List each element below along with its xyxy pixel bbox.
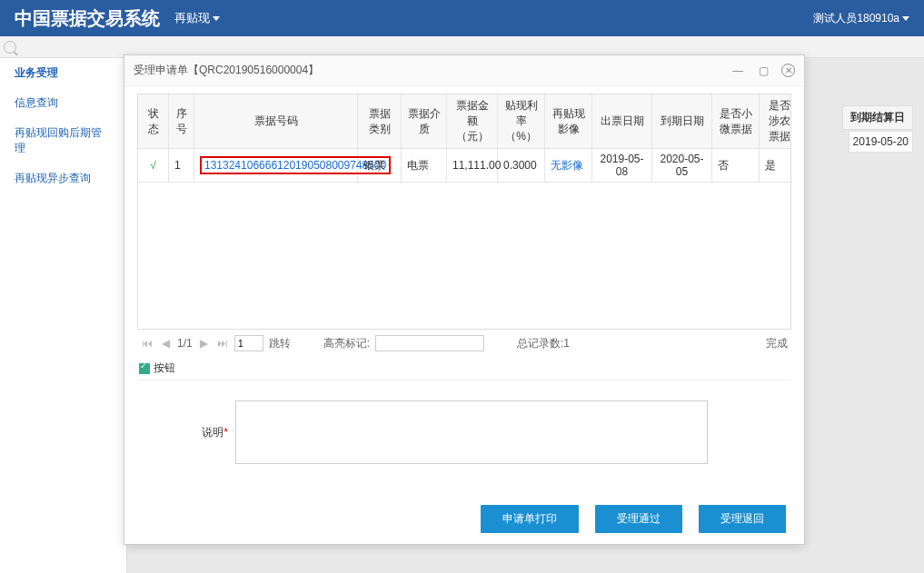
dialog-controls: — ▢ ✕ xyxy=(730,64,795,78)
dialog-title: 受理申请单【QRC20190516000004】 xyxy=(134,63,319,78)
col-seq: 序号 xyxy=(169,94,194,149)
page-info: 1/1 xyxy=(177,337,193,350)
cell-status: √ xyxy=(138,149,169,183)
table-header-row: 状态 序号 票据号码 票据类别 票据介质 票据金额（元） 贴现利率（%） 再贴现… xyxy=(138,94,791,149)
pager-next-icon[interactable]: ▶ xyxy=(198,337,211,350)
cell-amt: 11,111.00 xyxy=(447,149,498,183)
cell-date1: 2019-05-08 xyxy=(592,149,652,183)
pager: ⏮ ◀ 1/1 ▶ ⏭ 跳转 高亮标记: 总记录数:1 完成 xyxy=(137,330,791,357)
header-left: 中国票据交易系统 再贴现 xyxy=(15,6,220,31)
col-date2: 到期日期 xyxy=(652,94,712,149)
header-submenu[interactable]: 再贴现 xyxy=(174,10,220,26)
pager-last-icon[interactable]: ⏭ xyxy=(216,337,229,350)
print-button[interactable]: 申请单打印 xyxy=(481,505,579,533)
note-label: 说明* xyxy=(183,425,228,440)
accept-reject-button[interactable]: 受理退回 xyxy=(699,505,786,533)
col-date1: 出票日期 xyxy=(592,94,652,149)
search-icon[interactable] xyxy=(4,41,16,54)
note-textarea[interactable] xyxy=(235,400,708,464)
section-buttons: 按钮 xyxy=(137,357,791,380)
col-amt: 票据金额（元） xyxy=(447,94,498,149)
cell-last: 是 xyxy=(760,149,791,183)
sidebar-item-repurchase[interactable]: 再贴现回购后期管理 xyxy=(0,118,126,163)
bill-table[interactable]: 状态 序号 票据号码 票据类别 票据介质 票据金额（元） 贴现利率（%） 再贴现… xyxy=(137,94,791,330)
pager-status: 完成 xyxy=(766,336,788,351)
pager-prev-icon[interactable]: ◀ xyxy=(159,337,172,350)
col-billno: 票据号码 xyxy=(194,94,358,149)
jump-label[interactable]: 跳转 xyxy=(269,336,291,351)
maximize-icon[interactable]: ▢ xyxy=(756,64,770,78)
image-link[interactable]: 无影像 xyxy=(551,158,583,173)
app-header: 中国票据交易系统 再贴现 测试人员180910a xyxy=(0,0,924,36)
caret-down-icon xyxy=(213,16,220,21)
col-small: 是否小微票据 xyxy=(712,94,760,149)
section-check-icon[interactable] xyxy=(139,363,150,374)
dialog-footer: 申请单打印 受理通过 受理退回 xyxy=(124,494,804,544)
cell-small: 否 xyxy=(712,149,760,183)
col-media: 票据介质 xyxy=(402,94,447,149)
app-title: 中国票据交易系统 xyxy=(15,6,160,31)
table-row[interactable]: √ 1 131324106666120190508009748500 银票 电票… xyxy=(138,149,791,183)
sidebar-item-business[interactable]: 业务受理 xyxy=(0,58,126,88)
col-cat: 票据类别 xyxy=(358,94,402,149)
header-submenu-label: 再贴现 xyxy=(174,10,210,26)
cell-media: 电票 xyxy=(402,149,447,183)
caret-down-icon xyxy=(902,16,909,21)
minimize-icon[interactable]: — xyxy=(730,64,745,78)
section-buttons-label: 按钮 xyxy=(154,361,175,376)
cell-cat: 银票 xyxy=(358,149,402,183)
col-status: 状态 xyxy=(138,94,169,149)
page-input[interactable] xyxy=(234,335,263,351)
cell-seq: 1 xyxy=(169,149,194,183)
cell-rate: 0.3000 xyxy=(498,149,545,183)
close-icon[interactable]: ✕ xyxy=(781,64,795,77)
col-last: 是否涉农票据 xyxy=(760,94,791,149)
col-rate: 贴现利率（%） xyxy=(498,94,545,149)
pager-first-icon[interactable]: ⏮ xyxy=(141,337,154,350)
sidebar: 业务受理 信息查询 再贴现回购后期管理 再贴现异步查询 xyxy=(0,58,127,573)
cell-img: 无影像 xyxy=(545,149,592,183)
dialog-body: 状态 序号 票据号码 票据类别 票据介质 票据金额（元） 贴现利率（%） 再贴现… xyxy=(124,86,804,494)
col-img: 再贴现影像 xyxy=(545,94,592,149)
sidebar-item-info-query[interactable]: 信息查询 xyxy=(0,88,126,118)
cell-date2: 2020-05-05 xyxy=(652,149,712,183)
highlight-input[interactable] xyxy=(375,335,484,351)
total-records: 总记录数:1 xyxy=(517,336,570,351)
sidebar-item-async-query[interactable]: 再贴现异步查询 xyxy=(0,163,126,193)
cell-billno: 131324106666120190508009748500 xyxy=(194,149,358,183)
accept-dialog: 受理申请单【QRC20190516000004】 — ▢ ✕ 状态 序号 票据号… xyxy=(124,54,805,545)
dialog-header: 受理申请单【QRC20190516000004】 — ▢ ✕ xyxy=(124,55,804,86)
form-row-note: 说明* xyxy=(183,400,791,464)
accept-pass-button[interactable]: 受理通过 xyxy=(595,505,682,533)
bg-cell-value: 2019-05-20 xyxy=(849,131,913,153)
user-label: 测试人员180910a xyxy=(813,11,899,26)
user-menu[interactable]: 测试人员180910a xyxy=(813,11,909,26)
bg-col-header: 到期结算日 xyxy=(842,105,913,130)
highlight-label: 高亮标记: xyxy=(323,336,370,351)
